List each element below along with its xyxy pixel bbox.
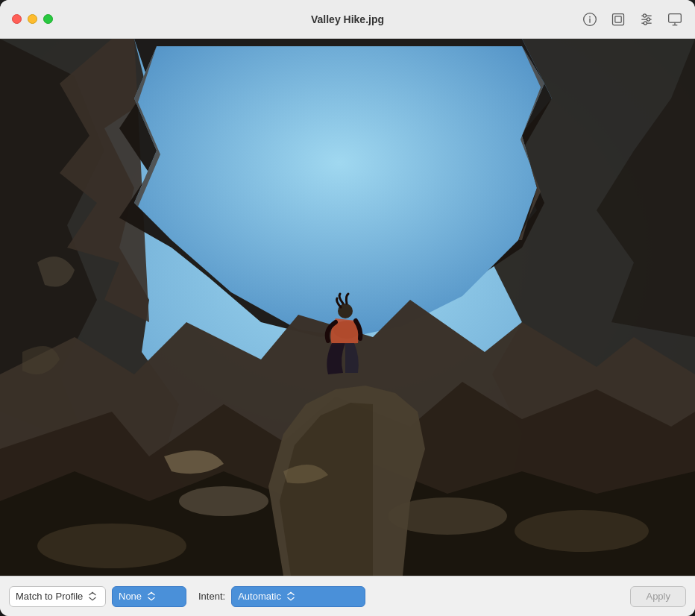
svg-rect-3 xyxy=(613,13,624,25)
profile-none-dropdown[interactable]: None xyxy=(112,586,186,607)
match-profile-chevrons xyxy=(89,591,96,601)
traffic-lights xyxy=(12,14,53,24)
minimize-button[interactable] xyxy=(28,14,37,24)
svg-point-18 xyxy=(388,497,507,535)
intent-dropdown[interactable]: Automatic xyxy=(231,586,365,607)
match-profile-label: Match to Profile xyxy=(16,591,83,602)
svg-point-8 xyxy=(643,13,646,16)
layers-icon[interactable] xyxy=(610,11,626,28)
display-icon[interactable] xyxy=(667,11,683,28)
toolbar-icons xyxy=(582,11,683,28)
match-to-profile-dropdown[interactable]: Match to Profile xyxy=(9,586,106,607)
close-button[interactable] xyxy=(12,14,22,24)
maximize-button[interactable] xyxy=(43,14,53,24)
svg-point-20 xyxy=(515,510,649,552)
intent-chevrons xyxy=(287,591,295,601)
sliders-icon[interactable] xyxy=(638,11,655,28)
apply-button[interactable]: Apply xyxy=(630,586,686,607)
bottom-toolbar: Match to Profile None Intent: Automatic xyxy=(0,576,695,616)
app-window: Valley Hike.jpg xyxy=(0,0,695,616)
photo-canvas xyxy=(0,39,695,576)
window-title: Valley Hike.jpg xyxy=(311,13,384,25)
svg-point-10 xyxy=(644,21,647,24)
apply-label: Apply xyxy=(646,591,670,602)
svg-point-17 xyxy=(179,486,268,516)
image-area xyxy=(0,39,695,576)
automatic-label: Automatic xyxy=(238,591,281,602)
info-icon[interactable] xyxy=(582,11,598,28)
none-chevrons xyxy=(148,591,155,601)
titlebar: Valley Hike.jpg xyxy=(0,0,695,39)
svg-rect-4 xyxy=(615,16,621,22)
none-label: None xyxy=(119,591,142,602)
intent-label: Intent: xyxy=(198,591,225,602)
svg-point-9 xyxy=(647,17,650,20)
svg-rect-11 xyxy=(669,13,682,22)
svg-point-19 xyxy=(37,524,186,568)
